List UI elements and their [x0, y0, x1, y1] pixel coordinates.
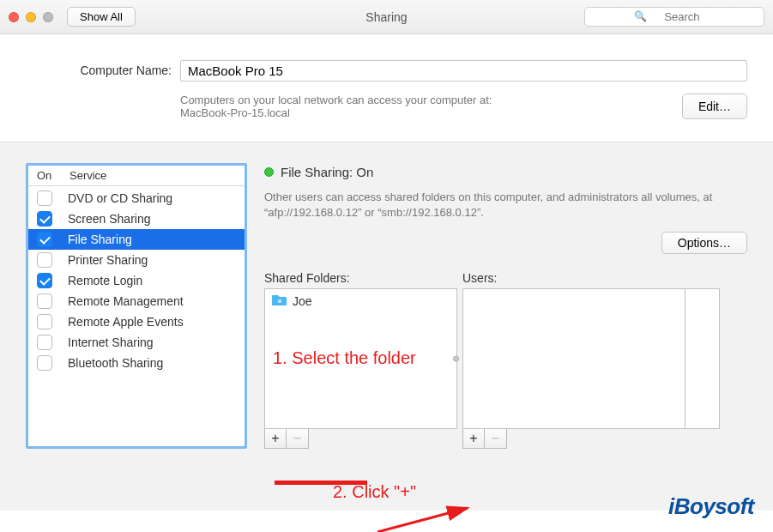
service-row[interactable]: Internet Sharing: [28, 332, 245, 353]
add-user-button[interactable]: +: [462, 428, 485, 449]
services-list[interactable]: On Service DVD or CD SharingScreen Shari…: [26, 163, 247, 449]
lower-section: On Service DVD or CD SharingScreen Shari…: [0, 142, 773, 511]
folder-icon: [272, 293, 287, 309]
svg-line-1: [377, 508, 468, 532]
service-label: Screen Sharing: [68, 212, 151, 226]
window-controls: [9, 12, 53, 22]
search-icon: 🔍: [634, 10, 647, 22]
search-wrap: 🔍: [584, 7, 764, 27]
service-row[interactable]: DVD or CD Sharing: [28, 188, 245, 209]
service-label: File Sharing: [68, 233, 132, 246]
service-checkbox[interactable]: [37, 355, 52, 371]
services-header: On Service: [28, 166, 245, 186]
right-pane: File Sharing: On Other users can access …: [264, 163, 747, 449]
status-description: Other users can access shared folders on…: [264, 190, 747, 220]
resize-handle-icon[interactable]: [453, 356, 459, 362]
annotation-step2: 2. Click "+": [333, 482, 416, 502]
annotation-step1: 1. Select the folder: [273, 348, 416, 368]
service-label: Bluetooth Sharing: [68, 356, 163, 370]
list-item[interactable]: Joe: [265, 289, 456, 313]
permissions-list[interactable]: [685, 288, 720, 429]
titlebar: Show All Sharing 🔍: [0, 0, 773, 34]
service-row[interactable]: Remote Apple Events: [28, 311, 245, 332]
upper-section: Computer Name: Computers on your local n…: [0, 34, 773, 142]
service-checkbox[interactable]: [37, 190, 52, 206]
svg-rect-0: [278, 299, 281, 303]
service-row[interactable]: Remote Login: [28, 270, 245, 291]
add-folder-button[interactable]: +: [264, 428, 287, 449]
service-label: Internet Sharing: [68, 336, 154, 349]
remove-folder-button: −: [287, 428, 309, 449]
service-checkbox[interactable]: [37, 273, 52, 288]
service-checkbox[interactable]: [37, 293, 52, 309]
service-row[interactable]: Bluetooth Sharing: [28, 353, 245, 373]
users-label: Users:: [462, 271, 720, 285]
computer-name-label: Computer Name:: [26, 60, 180, 77]
service-checkbox[interactable]: [37, 314, 52, 329]
service-checkbox[interactable]: [37, 252, 52, 268]
watermark: iBoysoft: [668, 493, 754, 520]
service-label: DVD or CD Sharing: [68, 191, 172, 205]
service-row[interactable]: Printer Sharing: [28, 250, 245, 270]
search-input[interactable]: [584, 7, 764, 27]
close-icon[interactable]: [9, 12, 19, 22]
computer-name-input[interactable]: [180, 60, 747, 82]
zoom-icon: [43, 12, 53, 22]
folder-name: Joe: [293, 294, 312, 308]
status-title: File Sharing: On: [281, 165, 373, 179]
service-label: Remote Apple Events: [68, 315, 184, 329]
service-row[interactable]: Remote Management: [28, 291, 245, 311]
service-checkbox[interactable]: [37, 211, 52, 227]
options-button[interactable]: Options…: [661, 232, 747, 254]
service-row[interactable]: Screen Sharing: [28, 209, 245, 229]
status-dot-icon: [264, 167, 274, 177]
service-label: Printer Sharing: [68, 253, 148, 267]
computer-name-subtext: Computers on your local network can acce…: [180, 94, 492, 119]
remove-user-button: −: [485, 428, 507, 449]
service-label: Remote Login: [68, 274, 142, 287]
users-list[interactable]: [462, 288, 685, 429]
service-checkbox[interactable]: [37, 335, 52, 350]
minimize-icon[interactable]: [26, 12, 36, 22]
show-all-button[interactable]: Show All: [67, 7, 136, 27]
shared-folders-label: Shared Folders:: [264, 271, 457, 285]
service-label: Remote Management: [68, 294, 184, 308]
edit-button[interactable]: Edit…: [682, 94, 747, 119]
service-checkbox[interactable]: [37, 232, 52, 247]
annotation-arrow-icon: [377, 506, 472, 529]
service-row[interactable]: File Sharing: [28, 229, 245, 250]
